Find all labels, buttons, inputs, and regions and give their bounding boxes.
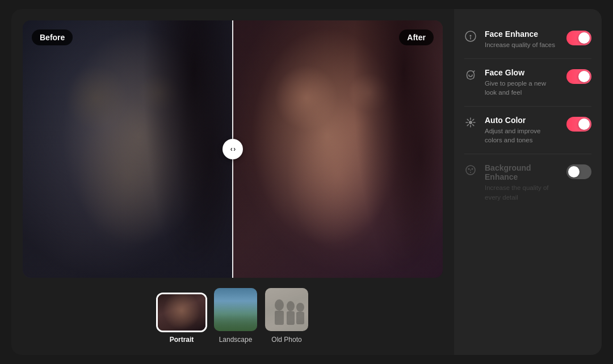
hair-after — [286, 20, 443, 278]
landscape-bg — [214, 288, 257, 331]
hair-before — [76, 20, 233, 278]
face-glow-icon — [464, 69, 477, 83]
face-enhance-icon — [464, 31, 477, 45]
face-enhance-desc: Increase quality of faces — [485, 40, 559, 49]
image-viewer[interactable]: ‹ › Before After — [23, 20, 443, 278]
bg-enhance-title: Background Enhance — [485, 163, 559, 181]
bg-enhance-desc: Increase the quality of every detail — [485, 183, 559, 201]
drag-handle[interactable]: ‹ › — [222, 139, 243, 159]
portrait-bg — [158, 294, 205, 331]
thumbnail-bar: Portrait Landscape — [156, 287, 309, 344]
feature-face-enhance: Face Enhance Increase quality of faces — [464, 20, 591, 59]
thumb-portrait-label: Portrait — [170, 336, 194, 344]
thumb-landscape-label: Landscape — [219, 336, 253, 344]
svg-point-23 — [470, 172, 471, 173]
after-image — [233, 20, 443, 278]
auto-color-desc: Adjust and improve colors and tones — [485, 126, 559, 145]
svg-rect-6 — [296, 312, 304, 324]
svg-point-21 — [472, 168, 473, 170]
thumb-oldphoto-img — [264, 287, 309, 332]
svg-point-1 — [275, 299, 284, 311]
face-glow-title: Face Glow — [485, 68, 559, 77]
auto-color-title: Auto Color — [485, 116, 559, 125]
thumb-oldphoto[interactable]: Old Photo — [264, 287, 309, 344]
auto-color-toggle[interactable] — [566, 117, 591, 132]
svg-line-17 — [473, 119, 474, 120]
svg-line-18 — [467, 125, 468, 126]
right-panel: Face Enhance Increase quality of faces F… — [454, 9, 602, 355]
svg-point-5 — [296, 303, 304, 312]
face-glow-desc: Give to people a new look and feel — [485, 79, 559, 97]
svg-rect-2 — [275, 311, 284, 325]
svg-point-20 — [468, 168, 470, 170]
svg-point-3 — [287, 301, 295, 311]
thumb-portrait-img — [156, 293, 207, 332]
bg-enhance-content: Background Enhance Increase the quality … — [485, 163, 559, 201]
after-label: After — [399, 29, 434, 45]
bg-enhance-icon — [464, 164, 477, 179]
auto-color-icon — [464, 117, 477, 131]
svg-point-8 — [470, 35, 472, 37]
left-panel: ‹ › Before After Portrait Landscape — [11, 9, 454, 355]
thumb-portrait[interactable]: Portrait — [156, 293, 207, 344]
thumb-landscape-img — [213, 287, 258, 332]
svg-line-16 — [473, 125, 474, 126]
before-label: Before — [32, 29, 73, 45]
face-glow-content: Face Glow Give to people a new look and … — [485, 68, 559, 97]
app-container: ‹ › Before After Portrait Landscape — [11, 9, 602, 355]
face-enhance-knob — [578, 32, 590, 44]
feature-face-glow: Face Glow Give to people a new look and … — [464, 59, 591, 107]
svg-rect-4 — [287, 311, 295, 325]
bg-enhance-knob — [568, 166, 580, 177]
auto-color-content: Auto Color Adjust and improve colors and… — [485, 116, 559, 145]
feature-auto-color: Auto Color Adjust and improve colors and… — [464, 107, 591, 154]
face-enhance-content: Face Enhance Increase quality of faces — [485, 29, 559, 49]
oldphoto-bg — [265, 288, 308, 331]
svg-point-22 — [470, 170, 471, 171]
drag-handle-arrows: ‹ › — [230, 145, 235, 153]
face-enhance-toggle[interactable] — [566, 31, 591, 45]
bg-enhance-toggle[interactable] — [566, 164, 591, 179]
face-glow-knob — [578, 71, 590, 82]
thumb-landscape[interactable]: Landscape — [213, 287, 258, 344]
face-enhance-title: Face Enhance — [485, 29, 559, 39]
svg-line-15 — [467, 119, 468, 120]
svg-point-10 — [469, 121, 472, 124]
before-image — [23, 20, 233, 278]
thumb-oldphoto-label: Old Photo — [271, 336, 301, 344]
feature-bg-enhance: Background Enhance Increase the quality … — [464, 154, 591, 210]
face-glow-toggle[interactable] — [566, 69, 591, 84]
auto-color-knob — [578, 118, 590, 130]
